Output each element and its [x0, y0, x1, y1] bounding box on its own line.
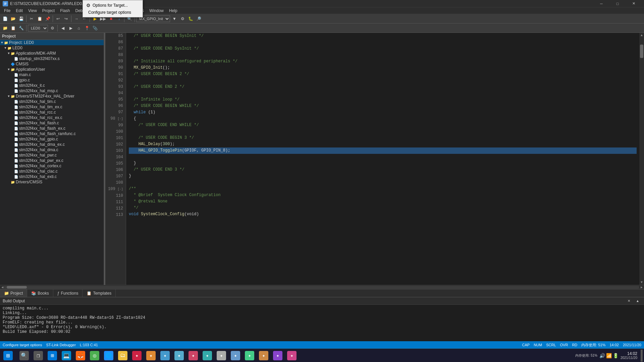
- prev-button[interactable]: ◀: [59, 24, 66, 32]
- options-for-target-item[interactable]: ⚙ Options for Target...: [83, 2, 143, 9]
- taskbar-app-app7[interactable]: ✦: [215, 350, 228, 362]
- show-desktop-button[interactable]: [641, 350, 643, 362]
- paste-button[interactable]: 📌: [44, 15, 51, 22]
- scroll-up-arrow[interactable]: ▲: [641, 34, 643, 37]
- tb2-extra1[interactable]: 📍: [83, 24, 91, 32]
- tree-item-hal-pwr-ex[interactable]: 📄stm32f4xx_hal_pwr_ex.c: [0, 158, 104, 163]
- tree-item-hal-gpio[interactable]: 📄stm32f4xx_hal_gpio.c: [0, 136, 104, 142]
- settings-btn[interactable]: ⚙: [179, 15, 186, 22]
- tree-item-hal-dma[interactable]: 📄stm32f4xx_hal_dma.c: [0, 147, 104, 153]
- tree-item-stm32f4xx_it[interactable]: 📄stm32f4xx_it.c: [0, 83, 104, 88]
- target-dropdown[interactable]: LED0: [28, 25, 48, 32]
- tree-item-gpio[interactable]: 📄gpio.c: [0, 77, 104, 83]
- open-file-button[interactable]: 📂: [9, 15, 17, 22]
- tree-item-hal-exti[interactable]: 📄stm32f4xx_hal_exti.c: [0, 174, 104, 179]
- target-options-button[interactable]: ⚙: [49, 24, 56, 32]
- home-button[interactable]: ⌂: [75, 24, 83, 32]
- build-output-clear[interactable]: ✕: [625, 297, 633, 305]
- redo-button[interactable]: ↪: [62, 15, 70, 22]
- new-file-button[interactable]: 📄: [1, 15, 9, 22]
- tree-item-led0[interactable]: ▼📁LED0: [0, 45, 104, 51]
- taskbar-app-app11[interactable]: ✦: [271, 350, 284, 362]
- taskbar-app-task-view-app[interactable]: ❐: [32, 350, 45, 362]
- taskbar-app-app5[interactable]: ✦: [186, 350, 200, 362]
- copy-button[interactable]: 📋: [36, 15, 43, 22]
- bottom-tab-functions[interactable]: ƒFunctions: [53, 289, 83, 297]
- menu-item-file[interactable]: File: [1, 8, 13, 14]
- tree-item-hal-rcc[interactable]: 📄stm32f4xx_hal_rcc.c: [0, 110, 104, 115]
- tree-item-root[interactable]: ▼📁Project: LED0: [0, 40, 104, 45]
- debug-btn[interactable]: 🐛: [187, 15, 194, 22]
- tree-item-drivers-cmsis[interactable]: 📁Drivers/CMSIS: [0, 179, 104, 185]
- taskbar-app-chrome-app[interactable]: ◎: [88, 350, 101, 362]
- menu-item-edit[interactable]: Edit: [13, 8, 25, 14]
- save-button[interactable]: 💾: [17, 15, 25, 22]
- undo-button[interactable]: ↩: [54, 15, 62, 22]
- bottom-tab-books[interactable]: 📚Books: [27, 289, 53, 297]
- tree-item-hal-rcc-ex[interactable]: 📄stm32f4xx_hal_rcc_ex.c: [0, 115, 104, 120]
- tree-item-hal-flash-ex[interactable]: 📄stm32f4xx_hal_flash_ex.c: [0, 126, 104, 131]
- taskbar-app-store-app[interactable]: ⊞: [46, 350, 59, 362]
- horizontal-scrollbar[interactable]: ◀ ▶: [0, 285, 644, 289]
- tree-item-app-user[interactable]: ▼📁Application/User: [0, 67, 104, 72]
- tree-item-stm32f4xx_hal_msp[interactable]: 📄stm32f4xx_hal_msp.c: [0, 88, 104, 94]
- taskbar-app-dev-app[interactable]: 💻: [60, 350, 73, 362]
- tree-item-drivers-hal[interactable]: ▼📁Drivers/STM32F4xx_HAL_Driver: [0, 94, 104, 99]
- indent-button[interactable]: →: [73, 15, 80, 22]
- taskbar-app-firefox-app[interactable]: 🦊: [74, 350, 87, 362]
- fold-indicator[interactable]: [-]: [118, 117, 123, 121]
- tb2-btn2[interactable]: 🔧: [17, 24, 25, 32]
- close-button[interactable]: ✕: [626, 0, 641, 7]
- scroll-down-arrow[interactable]: ▼: [641, 281, 643, 284]
- tree-item-app-mdk[interactable]: ▼📁Application/MDK-ARM: [0, 51, 104, 56]
- build-output-expand[interactable]: ▲: [634, 297, 641, 305]
- dropdown-arrow[interactable]: ▼: [171, 15, 178, 22]
- bottom-tab-templates[interactable]: 📋Templates: [83, 289, 116, 297]
- configure-target-item[interactable]: Configure target options: [83, 9, 143, 16]
- taskbar-app-search-app[interactable]: 🔍: [17, 350, 31, 362]
- menu-item-flash[interactable]: Flash: [57, 8, 72, 14]
- taskbar-app-app2[interactable]: ✦: [144, 350, 158, 362]
- tree-item-hal-flash[interactable]: 📄stm32f4xx_hal_flash.c: [0, 120, 104, 126]
- scroll-thumb[interactable]: [7, 286, 27, 289]
- tree-item-hal-dma-ex[interactable]: 📄stm32f4xx_hal_dma_ex.c: [0, 142, 104, 147]
- menu-item-project[interactable]: Project: [40, 8, 57, 14]
- start-button[interactable]: ⊞: [1, 350, 15, 362]
- taskbar-app-explorer-app[interactable]: 🗂: [116, 350, 129, 362]
- next-button[interactable]: ▶: [67, 24, 74, 32]
- minimize-button[interactable]: ─: [594, 0, 609, 7]
- taskbar-app-app9[interactable]: ✦: [243, 350, 256, 362]
- scroll-track[interactable]: [3, 286, 639, 289]
- proj-icon-btn[interactable]: 📁: [1, 24, 9, 32]
- tree-item-hal-flash-ramfunc[interactable]: 📄stm32f4xx_hal_flash_ramfunc.c: [0, 131, 104, 136]
- zoom-btn[interactable]: 🔎: [195, 15, 202, 22]
- scroll-thumb[interactable]: [640, 45, 643, 58]
- tree-item-hal-clac[interactable]: 📄stm32f4xx_hal_clac.c: [0, 169, 104, 174]
- code-editor[interactable]: 8586878889909192939495969798 [-]99100101…: [105, 33, 639, 285]
- maximize-button[interactable]: □: [610, 0, 625, 7]
- taskbar-app-app1[interactable]: ✦: [130, 350, 144, 362]
- tree-item-main[interactable]: 📄main.c: [0, 72, 104, 77]
- tree-item-hal-tim-ex[interactable]: 📄stm32f4xx_hal_tim_ex.c: [0, 104, 104, 110]
- bottom-tab-project[interactable]: 📁Project: [0, 289, 27, 297]
- tree-item-hal-tim[interactable]: 📄stm32f4xx_hal_tim.c: [0, 99, 104, 104]
- code-lines[interactable]: /* USER CODE BEGIN SysInit */ /* USER CO…: [126, 33, 639, 285]
- menu-item-view[interactable]: View: [25, 8, 40, 14]
- tree-item-hal-pwr[interactable]: 📄stm32f4xx_hal_pwr.c: [0, 153, 104, 158]
- taskbar-app-app12[interactable]: ✦: [285, 350, 299, 362]
- tb2-extra2[interactable]: 📎: [91, 24, 99, 32]
- taskbar-app-app3[interactable]: ✦: [158, 350, 172, 362]
- cut-button[interactable]: ✂: [28, 15, 35, 22]
- taskbar-app-app6[interactable]: ✦: [201, 350, 214, 362]
- taskbar-app-app10[interactable]: ✦: [257, 350, 270, 362]
- menu-item-help[interactable]: Help: [166, 8, 180, 14]
- scroll-right-arrow[interactable]: ▶: [641, 285, 643, 289]
- fold-indicator[interactable]: [-]: [118, 188, 123, 191]
- right-scrollbar[interactable]: ▲ ▼: [639, 33, 644, 285]
- taskbar-app-app4[interactable]: ✦: [172, 350, 186, 362]
- tb2-btn1[interactable]: 📋: [9, 24, 17, 32]
- menu-item-window[interactable]: Window: [147, 8, 166, 14]
- tree-item-startup[interactable]: 📄startup_stm32f407xx.s: [0, 56, 104, 61]
- tree-item-hal-cortex[interactable]: 📄stm32f4xx_hal_cortex.c: [0, 163, 104, 169]
- taskbar-app-app8[interactable]: ✦: [229, 350, 242, 362]
